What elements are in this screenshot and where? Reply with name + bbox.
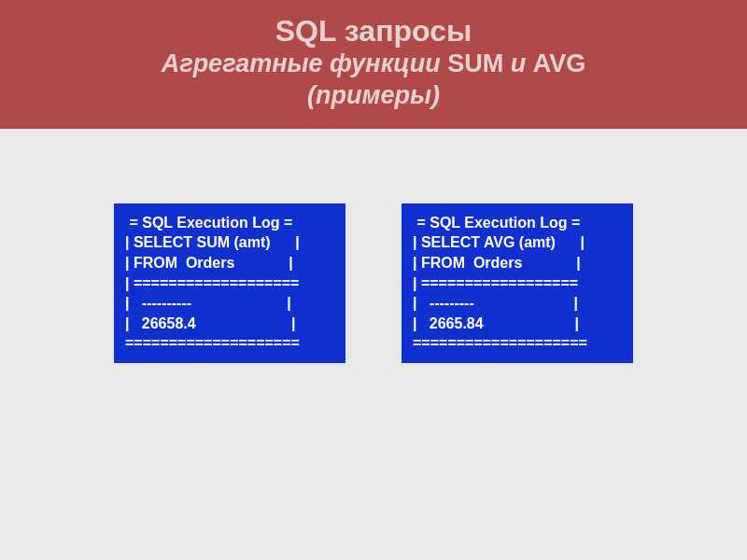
log-left-r6: | 26658.4 | [125,315,295,331]
log-right-r2: | SELECT AVG (amt) | [413,234,585,250]
title-line2: Агрегатные функции SUM и AVG [9,49,738,80]
log-right-r7: ==================== [413,335,587,351]
sql-log-left: = SQL Execution Log = | SELECT SUM (amt)… [114,203,345,363]
log-left-r1: = SQL Execution Log = [125,215,292,231]
title-sum: SUM [447,49,503,77]
title-avg: AVG [533,49,586,77]
title-line1: SQL запросы [9,13,738,49]
log-left-r5: | ---------- | [125,295,291,311]
log-left-r2: | SELECT SUM (amt) | [125,234,300,250]
log-left-r7: ==================== [125,335,300,351]
log-left-r4: | =================== [125,275,299,291]
title-line3: (примеры) [9,80,738,112]
title-line2-i: и [503,49,533,77]
title-line2-pre: Агрегатные функции [162,49,448,77]
log-right-r1: = SQL Execution Log = [413,215,580,231]
log-right-r6: | 2665.84 | [413,315,579,331]
log-right-r5: | --------- | [413,295,578,311]
sql-log-right: = SQL Execution Log = | SELECT AVG (amt)… [402,203,633,363]
slide-header: SQL запросы Агрегатные функции SUM и AVG… [0,0,747,129]
log-right-r4: | ================== [413,275,578,291]
slide-content: = SQL Execution Log = | SELECT SUM (amt)… [0,203,747,363]
log-left-r3: | FROM Orders | [125,255,293,271]
log-right-r3: | FROM Orders | [413,255,581,271]
